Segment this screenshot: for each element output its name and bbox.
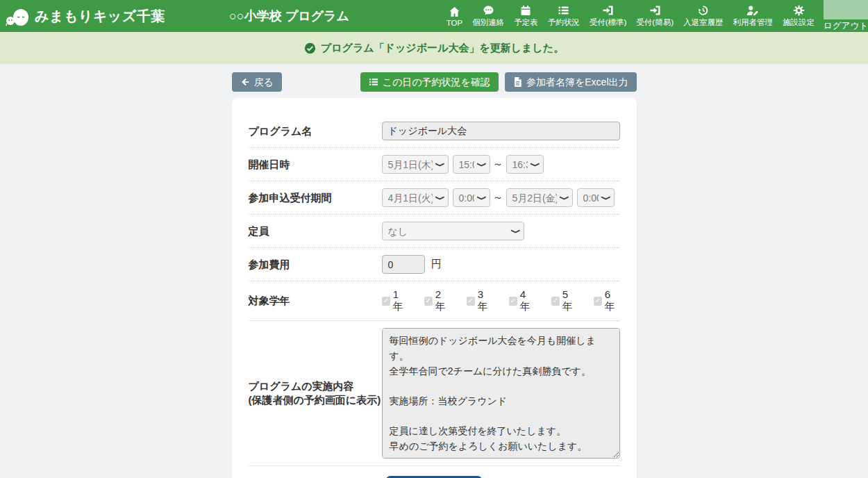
form-row-fee: 参加費用 円 — [249, 248, 620, 281]
comment-icon — [483, 3, 494, 16]
user-edit-icon — [746, 3, 759, 16]
schedule-start-time-select-wrap: 15:00 — [453, 155, 490, 174]
sign-in-icon — [602, 3, 614, 16]
nav-item-reception-standard[interactable]: 受付(標準) — [585, 0, 632, 32]
nav-item-top[interactable]: TOP — [442, 0, 467, 32]
period-start-date-select-wrap: 4月1日(火) — [382, 188, 449, 207]
checkbox-checked-icon: ✓ — [424, 297, 433, 306]
app-header: みまもりキッズ千葉 ○○小学校 プログラム TOP 個別連絡 予定表 予約状況 — [0, 0, 868, 32]
description-label: プログラムの実施内容 (保護者側の予約画面に表示) — [249, 379, 382, 408]
grade-option-3: ✓ 3年 — [467, 288, 493, 313]
page-title: ○○小学校 プログラム — [229, 8, 349, 24]
excel-export-button[interactable]: 参加者名簿をExcel出力 — [505, 72, 637, 92]
success-alert: プログラム「ドッジボール大会」を更新しました。 — [0, 32, 868, 64]
grade-option-2: ✓ 2年 — [424, 288, 451, 313]
list-icon — [558, 3, 569, 16]
schedule-end-time-select: 16:30 — [506, 155, 544, 174]
period-end-date-select: 5月2日(金) — [506, 188, 573, 207]
grade-option-6: ✓ 6年 — [594, 288, 620, 313]
form-row-description: プログラムの実施内容 (保護者側の予約画面に表示) 毎回恒例のドッジボール大会を… — [249, 321, 620, 466]
form-row-schedule: 開催日時 5月1日(木) 15:00 ～ 16:30 — [249, 148, 620, 181]
check-reservations-button[interactable]: この日の予約状況を確認 — [360, 72, 499, 92]
back-button[interactable]: 戻る — [232, 72, 282, 92]
form-row-application-period: 参加申込受付期間 4月1日(火) 0:00 ～ 5月2日(金) — [249, 181, 620, 215]
nav-item-individual-contact[interactable]: 個別連絡 — [467, 0, 509, 32]
gear-icon — [793, 3, 805, 16]
home-icon — [449, 5, 460, 17]
schedule-start-time-select: 15:00 — [453, 155, 490, 174]
schedule-end-time-select-wrap: 16:30 — [506, 155, 544, 174]
arrow-left-icon — [240, 77, 250, 87]
period-start-time-select: 0:00 — [453, 188, 490, 207]
program-detail-card: プログラム名 開催日時 5月1日(木) 15:00 ～ — [232, 98, 637, 478]
checkbox-checked-icon: ✓ — [382, 297, 390, 306]
nav-item-schedule[interactable]: 予定表 — [509, 0, 543, 32]
fee-unit: 円 — [431, 258, 442, 271]
mascot-icon — [4, 3, 32, 28]
nav-item-facility-settings[interactable]: 施設設定 — [778, 0, 819, 32]
period-start-time-select-wrap: 0:00 — [453, 188, 490, 207]
schedule-label: 開催日時 — [249, 158, 382, 172]
nav-item-logout[interactable]: ログアウト — [819, 0, 868, 32]
success-alert-message: プログラム「ドッジボール大会」を更新しました。 — [321, 42, 564, 55]
file-icon — [513, 77, 522, 87]
toolbar-right-group: この日の予約状況を確認 参加者名簿をExcel出力 — [360, 72, 637, 92]
sign-in-icon — [649, 3, 661, 16]
period-end-date-select-wrap: 5月2日(金) — [506, 188, 573, 207]
nav-item-reception-simple[interactable]: 受付(簡易) — [631, 0, 678, 32]
check-circle-icon — [304, 42, 316, 54]
fee-label: 参加費用 — [249, 258, 382, 272]
checkbox-checked-icon: ✓ — [509, 297, 517, 306]
grade-option-5: ✓ 5年 — [551, 288, 578, 313]
schedule-date-select-wrap: 5月1日(木) — [382, 155, 449, 174]
brand-logo[interactable]: みまもりキッズ千葉 — [0, 3, 229, 28]
period-end-time-select-wrap: 0:00 — [577, 188, 615, 207]
calendar-icon — [520, 3, 531, 16]
history-icon — [697, 3, 709, 16]
form-row-program-name: プログラム名 — [249, 115, 620, 148]
capacity-label: 定員 — [249, 224, 382, 238]
checkbox-checked-icon: ✓ — [551, 297, 560, 306]
nav-item-reservation-status[interactable]: 予約状況 — [543, 0, 585, 32]
logout-highlight — [824, 0, 868, 19]
brand-name: みまもりキッズ千葉 — [35, 7, 165, 26]
grade-option-1: ✓ 1年 — [382, 288, 408, 313]
fee-input — [382, 255, 425, 274]
form-row-capacity: 定員 なし — [249, 215, 620, 248]
tilde-separator: ～ — [493, 191, 503, 204]
grades-label: 対象学年 — [249, 294, 382, 308]
application-period-label: 参加申込受付期間 — [249, 191, 382, 205]
top-nav: TOP 個別連絡 予定表 予約状況 受付(標準) — [442, 0, 868, 32]
tilde-separator: ～ — [493, 158, 503, 171]
grade-option-4: ✓ 4年 — [509, 288, 535, 313]
list-icon — [369, 77, 378, 87]
edit-button-row: 編集する — [249, 466, 620, 478]
checkbox-checked-icon: ✓ — [594, 297, 602, 306]
checkbox-checked-icon: ✓ — [467, 297, 475, 306]
form-row-grades: 対象学年 ✓ 1年 ✓ 2年 ✓ 3年 ✓ 4年 — [249, 281, 620, 321]
capacity-select-wrap: なし — [382, 222, 524, 240]
period-end-time-select: 0:00 — [577, 188, 615, 207]
nav-item-entry-exit-history[interactable]: 入退室履歴 — [678, 0, 728, 32]
capacity-select: なし — [382, 222, 524, 240]
program-name-input — [382, 122, 620, 140]
program-name-label: プログラム名 — [249, 124, 382, 138]
main-content: 戻る この日の予約状況を確認 参加者名簿をExcel出力 プログラム名 — [232, 72, 637, 478]
schedule-date-select: 5月1日(木) — [382, 155, 449, 174]
toolbar: 戻る この日の予約状況を確認 参加者名簿をExcel出力 — [232, 72, 637, 92]
period-start-date-select: 4月1日(火) — [382, 188, 449, 207]
nav-item-user-management[interactable]: 利用者管理 — [728, 0, 778, 32]
description-textarea: 毎回恒例のドッジボール大会を今月も開催します。 全学年合同で2チームに分けた真剣… — [382, 328, 620, 459]
